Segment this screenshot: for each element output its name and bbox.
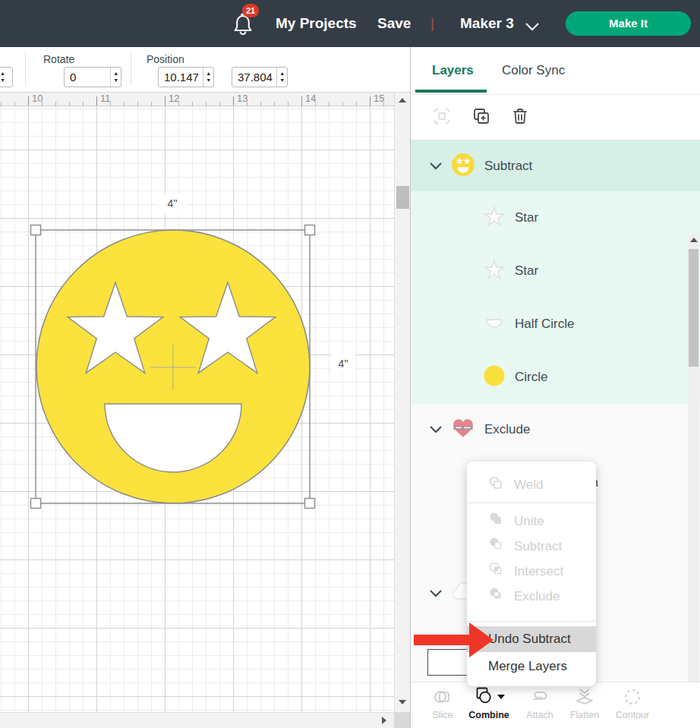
select-all-icon[interactable]: [432, 106, 452, 126]
menu-label: Unite: [514, 514, 544, 529]
scroll-down-icon[interactable]: [399, 700, 406, 704]
selection-handle-top-right[interactable]: [305, 225, 315, 235]
scroll-right-icon[interactable]: [382, 717, 386, 724]
slice-button[interactable]: Slice: [418, 685, 467, 720]
position-x-stepper[interactable]: ▲▼: [158, 67, 214, 87]
ruler-tick-label: 12: [169, 93, 179, 104]
layer-row[interactable]: Half Circle: [411, 298, 700, 351]
attach-icon: [516, 685, 564, 708]
nav-my-projects[interactable]: My Projects: [276, 0, 357, 47]
combine-icon: [474, 685, 493, 708]
chevron-down-icon[interactable]: [430, 423, 442, 436]
scrollbar-corner: [394, 712, 410, 728]
active-tab-underline: [415, 90, 487, 93]
menu-item-subtract[interactable]: Subtract: [467, 534, 596, 559]
position-label: Position: [147, 53, 184, 65]
menu-item-weld[interactable]: Weld: [467, 468, 596, 503]
tab-layers[interactable]: Layers: [432, 47, 474, 94]
star-outline-icon: [483, 258, 506, 284]
chevron-down-icon[interactable]: [430, 587, 442, 600]
stepper-arrows-icon[interactable]: ▲▼: [203, 68, 213, 87]
layer-row[interactable]: Star: [411, 191, 700, 244]
selection-handle-bottom-left[interactable]: [31, 499, 41, 509]
chevron-down-icon[interactable]: [430, 159, 442, 173]
ruler-tick-label: 14: [305, 93, 316, 104]
intersect-icon: [488, 561, 505, 581]
panel-scrollbar[interactable]: [688, 234, 699, 728]
layer-label: Circle: [515, 370, 547, 385]
menu-divider: [467, 621, 596, 622]
contour-label: Contour: [608, 710, 657, 720]
star-outline-icon: [483, 205, 506, 231]
toolbar-divider: [25, 53, 26, 85]
position-x-input[interactable]: [159, 68, 203, 87]
stepper-arrows-icon[interactable]: ▲▼: [110, 68, 121, 87]
design-canvas[interactable]: 10 11 12 13 14 15 4" 4": [0, 93, 410, 728]
yellow-circle-icon: [483, 364, 506, 390]
weld-icon: [488, 475, 505, 496]
chevron-down-icon[interactable]: [525, 20, 539, 34]
edit-toolbar: ▲▼ Rotate ▲▼ Position X ▲▼ Y ▲▼: [0, 47, 410, 93]
scrollbar-thumb[interactable]: [396, 186, 409, 209]
menu-label: Undo Subtract: [488, 632, 571, 647]
subtract-icon: [488, 536, 505, 556]
ruler-tick-label: 10: [32, 93, 43, 104]
ruler-tick-label: 15: [374, 93, 384, 104]
layer-row[interactable]: Circle: [411, 351, 700, 404]
exclude-icon: [488, 586, 505, 607]
attach-button[interactable]: Attach: [516, 685, 564, 720]
width-dimension-label: 4": [158, 194, 187, 214]
menu-label: Subtract: [514, 539, 562, 554]
combine-button[interactable]: Combine: [465, 685, 513, 720]
notifications-count-badge: 21: [242, 4, 259, 17]
caret-down-icon: [497, 695, 505, 699]
duplicate-icon[interactable]: [471, 106, 491, 126]
selection-handle-top-left[interactable]: [31, 225, 41, 235]
rotate-stepper[interactable]: ▲▼: [64, 67, 121, 87]
horizontal-ruler: 10 11 12 13 14 15: [0, 93, 394, 106]
heart-thumbnail-icon: [451, 416, 475, 443]
contour-button[interactable]: Contour: [608, 685, 657, 720]
trash-icon[interactable]: [510, 106, 530, 126]
menu-label: Merge Layers: [488, 659, 567, 674]
nav-save[interactable]: Save: [377, 0, 411, 47]
panel-tabs: Layers Color Sync: [411, 47, 700, 95]
machine-selector[interactable]: Maker 3: [460, 0, 514, 47]
stepper-arrows-icon[interactable]: ▲▼: [0, 68, 12, 87]
layer-actions-row: [411, 95, 700, 140]
subtract-children: Star Star Half Circle: [411, 191, 700, 404]
scroll-up-icon[interactable]: [399, 98, 406, 102]
size-stepper-partial[interactable]: ▲▼: [0, 67, 13, 87]
menu-item-exclude[interactable]: Exclude: [467, 584, 596, 609]
position-y-input[interactable]: [232, 68, 276, 87]
flatten-button[interactable]: Flatten: [560, 685, 609, 720]
nav-divider: |: [430, 0, 434, 47]
layer-group-exclude[interactable]: Exclude: [411, 404, 700, 455]
layer-group-subtract[interactable]: Subtract: [411, 140, 700, 191]
menu-item-merge-layers[interactable]: Merge Layers: [467, 652, 596, 681]
make-it-button[interactable]: Make It: [566, 11, 691, 36]
canvas-horizontal-scrollbar[interactable]: [0, 712, 394, 728]
position-y-stepper[interactable]: ▲▼: [232, 67, 288, 87]
menu-label: Exclude: [514, 589, 560, 604]
selection-handle-bottom-right[interactable]: [305, 499, 315, 509]
menu-item-intersect[interactable]: Intersect: [467, 559, 596, 584]
layer-label: Half Circle: [515, 317, 574, 332]
scrollbar-thumb[interactable]: [689, 249, 698, 367]
slice-label: Slice: [418, 710, 467, 720]
rotate-label: Rotate: [43, 53, 74, 65]
scroll-up-icon[interactable]: [690, 238, 698, 242]
smiley-shape-group[interactable]: [0, 106, 394, 712]
menu-item-undo-subtract[interactable]: Undo Subtract: [467, 626, 596, 652]
layer-label: Star: [515, 210, 538, 225]
height-dimension-label: 4": [331, 354, 355, 374]
rotate-input[interactable]: [65, 68, 110, 87]
menu-item-unite[interactable]: Unite: [467, 509, 596, 534]
stepper-arrows-icon[interactable]: ▲▼: [276, 68, 287, 87]
layer-row[interactable]: Star: [411, 244, 700, 298]
canvas-vertical-scrollbar[interactable]: [394, 93, 410, 712]
layer-group-label: Exclude: [484, 422, 530, 437]
tab-color-sync[interactable]: Color Sync: [502, 47, 565, 94]
layer-group-label: Subtract: [484, 159, 532, 174]
half-circle-outline-icon: [483, 311, 506, 337]
